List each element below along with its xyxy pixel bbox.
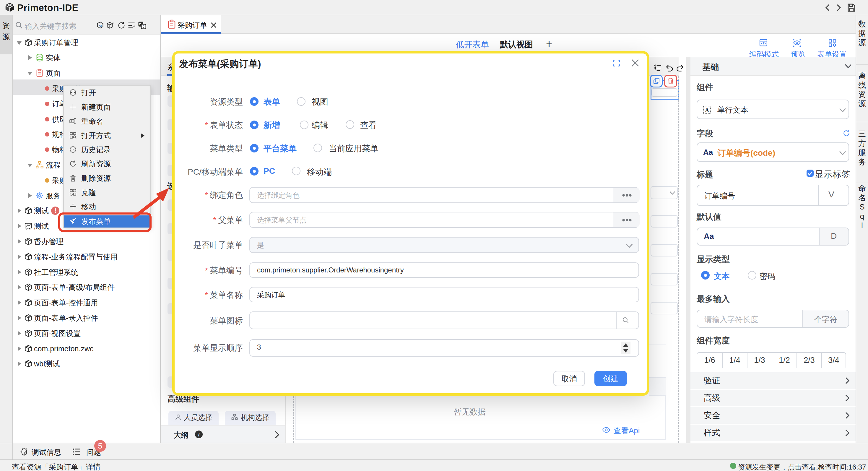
svg-text:A: A [705,107,709,113]
svg-text:AI: AI [99,24,102,27]
svg-text:i: i [198,432,200,438]
svg-text:文: 文 [142,25,145,28]
